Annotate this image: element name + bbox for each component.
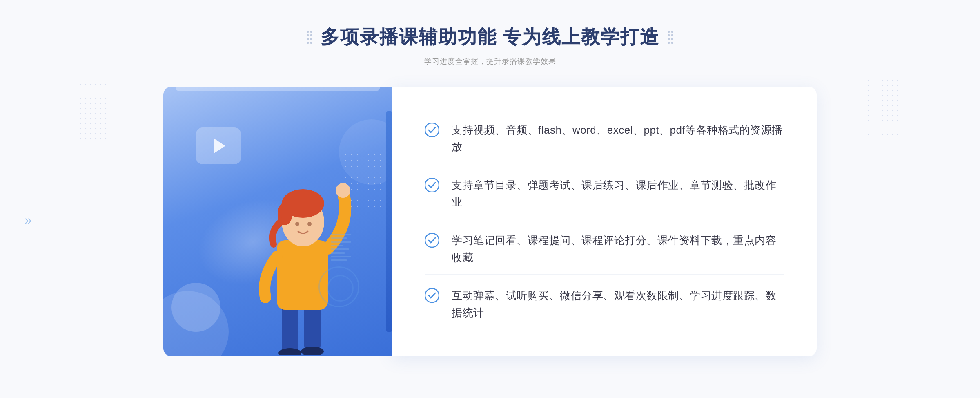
check-icon-3 (425, 233, 439, 248)
svg-point-5 (336, 183, 350, 198)
dots-decoration-right (866, 74, 898, 139)
content-panel: 支持视频、音频、flash、word、excel、ppt、pdf等各种格式的资源… (392, 87, 817, 356)
check-icon-1 (425, 123, 439, 137)
svg-point-11 (425, 123, 439, 137)
panel-circle-2 (172, 283, 220, 332)
main-content: 支持视频、音频、flash、word、excel、ppt、pdf等各种格式的资源… (163, 87, 817, 356)
page-subtitle: 学习进度全掌握，提升录播课教学效果 (307, 56, 674, 66)
stripe-decoration (331, 234, 351, 271)
svg-point-10 (307, 222, 312, 226)
check-icon-2 (425, 178, 439, 192)
svg-rect-1 (304, 306, 321, 351)
svg-point-12 (425, 178, 439, 192)
panel-accent-bar (176, 87, 380, 91)
feature-text-3: 学习笔记回看、课程提问、课程评论打分、课件资料下载，重点内容收藏 (452, 232, 784, 266)
feature-text-1: 支持视频、音频、flash、word、excel、ppt、pdf等各种格式的资源… (452, 122, 784, 156)
feature-item-1: 支持视频、音频、flash、word、excel、ppt、pdf等各种格式的资源… (425, 114, 784, 164)
feature-text-4: 互动弹幕、试听购买、微信分享、观看次数限制、学习进度跟踪、数据统计 (452, 287, 784, 321)
svg-point-9 (295, 222, 299, 226)
vertical-bar (386, 111, 392, 332)
arrow-left-decoration: » (24, 212, 32, 228)
svg-point-13 (425, 233, 439, 247)
svg-point-14 (425, 288, 439, 302)
illustration-panel (163, 87, 392, 356)
deco-circles (318, 266, 359, 307)
svg-point-3 (301, 347, 324, 355)
play-bubble (196, 127, 241, 164)
feature-item-3: 学习笔记回看、课程提问、课程评论打分、课件资料下载，重点内容收藏 (425, 224, 784, 275)
check-icon-4 (425, 288, 439, 303)
svg-rect-0 (282, 306, 298, 355)
feature-text-2: 支持章节目录、弹题考试、课后练习、课后作业、章节测验、批改作业 (452, 177, 784, 211)
page-container: » 多项录播课辅助功能 专为线上教学打造 学习进度全掌握，提升录播课教学效果 (0, 0, 980, 398)
title-wrapper: 多项录播课辅助功能 专为线上教学打造 (307, 25, 674, 50)
feature-item-2: 支持章节目录、弹题考试、课后练习、课后作业、章节测验、批改作业 (425, 169, 784, 219)
dots-decoration-left (74, 82, 106, 147)
right-decorator (668, 31, 673, 44)
header-section: 多项录播课辅助功能 专为线上教学打造 学习进度全掌握，提升录播课教学效果 (307, 25, 674, 66)
feature-item-4: 互动弹幕、试听购买、微信分享、观看次数限制、学习进度跟踪、数据统计 (425, 279, 784, 329)
left-decorator (307, 31, 312, 44)
page-title: 多项录播课辅助功能 专为线上教学打造 (321, 25, 660, 50)
